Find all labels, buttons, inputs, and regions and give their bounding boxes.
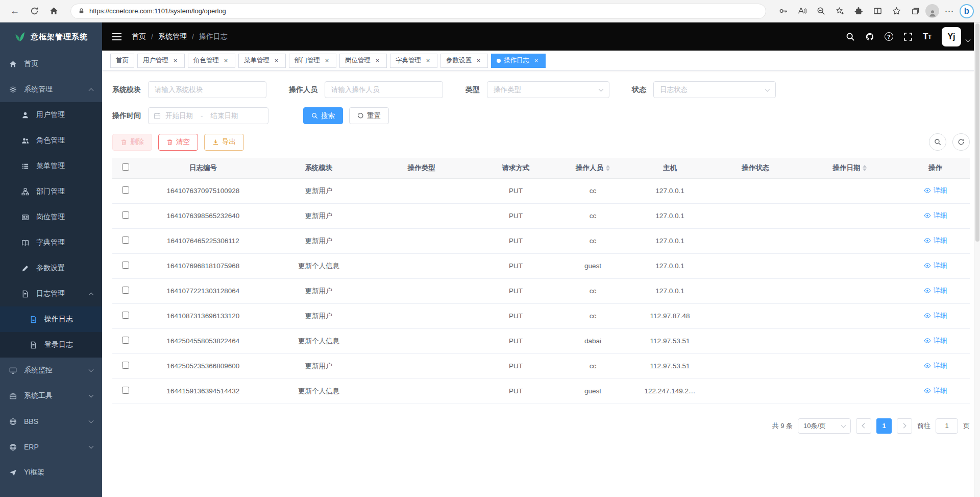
- detail-link[interactable]: 详细: [924, 186, 947, 195]
- tab-close-icon[interactable]: ×: [532, 57, 540, 64]
- sort-icon[interactable]: [606, 165, 610, 171]
- zoom-out-icon[interactable]: [812, 3, 829, 19]
- tab-close-icon[interactable]: ×: [323, 57, 331, 64]
- detail-link[interactable]: 详细: [924, 336, 947, 345]
- header-operator[interactable]: 操作人员: [558, 158, 627, 178]
- sidebar-item-monitor[interactable]: 系统监控: [0, 358, 102, 383]
- sidebar-item-dept[interactable]: 部门管理: [0, 179, 102, 204]
- row-checkbox[interactable]: [122, 287, 129, 294]
- sidebar-item-config[interactable]: 参数设置: [0, 255, 102, 281]
- detail-link[interactable]: 详细: [924, 361, 947, 370]
- password-key-icon[interactable]: [774, 3, 792, 19]
- split-screen-icon[interactable]: [869, 3, 886, 19]
- browser-refresh-icon[interactable]: [26, 3, 43, 19]
- tab-close-icon[interactable]: ×: [374, 57, 381, 64]
- scrollbar-thumb[interactable]: [975, 23, 979, 242]
- tab-role[interactable]: 角色管理 ×: [188, 54, 235, 68]
- row-checkbox[interactable]: [122, 312, 129, 319]
- next-page-button[interactable]: [897, 418, 912, 434]
- current-page-button[interactable]: 1: [876, 418, 892, 434]
- tab-operlog[interactable]: 操作日志 ×: [491, 54, 546, 68]
- select-all-checkbox[interactable]: [122, 163, 129, 171]
- header-date[interactable]: 操作日期: [798, 158, 901, 178]
- fullscreen-icon[interactable]: [903, 32, 913, 41]
- date-range-picker[interactable]: 开始日期 - 结束日期: [148, 107, 268, 124]
- sidebar-item-menu[interactable]: 菜单管理: [0, 153, 102, 179]
- tab-close-icon[interactable]: ×: [424, 57, 432, 64]
- breadcrumb-item[interactable]: 首页: [132, 32, 146, 41]
- toggle-search-button[interactable]: [929, 133, 946, 151]
- sidebar-item-erp[interactable]: ERP: [0, 434, 102, 460]
- row-checkbox[interactable]: [122, 362, 129, 369]
- detail-link[interactable]: 详细: [924, 311, 947, 320]
- browser-profile-avatar[interactable]: [925, 4, 939, 18]
- delete-button[interactable]: 删除: [112, 134, 152, 151]
- sidebar-item-user[interactable]: 用户管理: [0, 102, 102, 128]
- tab-close-icon[interactable]: ×: [475, 57, 482, 64]
- prev-page-button[interactable]: [856, 418, 871, 434]
- sidebar-item-role[interactable]: 角色管理: [0, 128, 102, 153]
- sidebar-item-home[interactable]: 首页: [0, 51, 102, 77]
- sidebar-item-system[interactable]: 系统管理: [0, 77, 102, 102]
- tab-close-icon[interactable]: ×: [172, 57, 179, 64]
- tab-menu[interactable]: 菜单管理 ×: [238, 54, 286, 68]
- browser-menu-icon[interactable]: ⋯: [941, 3, 958, 19]
- favorites-icon[interactable]: [888, 3, 905, 19]
- sidebar-item-log[interactable]: 日志管理: [0, 281, 102, 306]
- refresh-table-button[interactable]: [952, 133, 970, 151]
- user-avatar[interactable]: Yj: [942, 27, 961, 46]
- clear-button[interactable]: 清空: [158, 134, 198, 151]
- sort-icon[interactable]: [863, 165, 867, 171]
- search-button[interactable]: 搜索: [303, 107, 343, 124]
- sidebar-item-tool[interactable]: 系统工具: [0, 383, 102, 409]
- page-size-select[interactable]: 10条/页: [798, 418, 851, 434]
- breadcrumb-item[interactable]: 系统管理: [158, 32, 187, 41]
- address-bar[interactable]: https://ccnetcore.com:1101/system/log/op…: [70, 4, 766, 19]
- module-input[interactable]: [148, 81, 266, 98]
- browser-back-icon[interactable]: ←: [6, 3, 23, 19]
- bing-icon[interactable]: b: [960, 4, 974, 18]
- github-icon[interactable]: [865, 32, 874, 41]
- row-checkbox[interactable]: [122, 211, 129, 219]
- sidebar-item-loginlog[interactable]: 登录日志: [0, 332, 102, 358]
- export-button[interactable]: 导出: [204, 134, 244, 151]
- avatar-caret-icon[interactable]: [966, 37, 971, 42]
- tab-dict[interactable]: 字典管理 ×: [390, 54, 437, 68]
- tab-dept[interactable]: 部门管理 ×: [289, 54, 336, 68]
- row-checkbox[interactable]: [122, 262, 129, 269]
- sidebar-item-post[interactable]: 岗位管理: [0, 204, 102, 230]
- row-checkbox[interactable]: [122, 387, 129, 394]
- tab-home[interactable]: 首页: [110, 54, 134, 68]
- scrollbar[interactable]: [974, 22, 980, 497]
- row-checkbox[interactable]: [122, 186, 129, 194]
- collections-icon[interactable]: [906, 3, 924, 19]
- row-checkbox[interactable]: [122, 337, 129, 344]
- sidebar-item-bbs[interactable]: BBS: [0, 409, 102, 434]
- header-search-icon[interactable]: [846, 32, 855, 41]
- row-checkbox[interactable]: [122, 236, 129, 244]
- sidebar-toggle-icon[interactable]: [112, 33, 121, 40]
- help-icon[interactable]: ?: [885, 32, 893, 41]
- tab-close-icon[interactable]: ×: [273, 57, 280, 64]
- type-select[interactable]: 操作类型: [487, 81, 609, 98]
- sidebar-item-yiframe[interactable]: Yi框架: [0, 460, 102, 485]
- detail-link[interactable]: 详细: [924, 286, 947, 295]
- sidebar-item-dict[interactable]: 字典管理: [0, 230, 102, 255]
- font-size-icon[interactable]: TT: [923, 32, 932, 42]
- add-favorite-icon[interactable]: [831, 3, 848, 19]
- tab-close-icon[interactable]: ×: [222, 57, 230, 64]
- detail-link[interactable]: 详细: [924, 236, 947, 245]
- detail-link[interactable]: 详细: [924, 386, 947, 395]
- tab-user[interactable]: 用户管理 ×: [137, 54, 185, 68]
- operator-input[interactable]: [325, 81, 443, 98]
- read-aloud-icon[interactable]: [793, 3, 811, 19]
- extensions-icon[interactable]: [850, 3, 867, 19]
- tab-post[interactable]: 岗位管理 ×: [339, 54, 387, 68]
- reset-button[interactable]: 重置: [349, 107, 389, 124]
- detail-link[interactable]: 详细: [924, 211, 947, 220]
- browser-home-icon[interactable]: [45, 3, 62, 19]
- sidebar-item-operlog[interactable]: 操作日志: [0, 306, 102, 332]
- status-select[interactable]: 日志状态: [653, 81, 776, 98]
- tab-config[interactable]: 参数设置 ×: [440, 54, 488, 68]
- goto-page-input[interactable]: [936, 418, 958, 434]
